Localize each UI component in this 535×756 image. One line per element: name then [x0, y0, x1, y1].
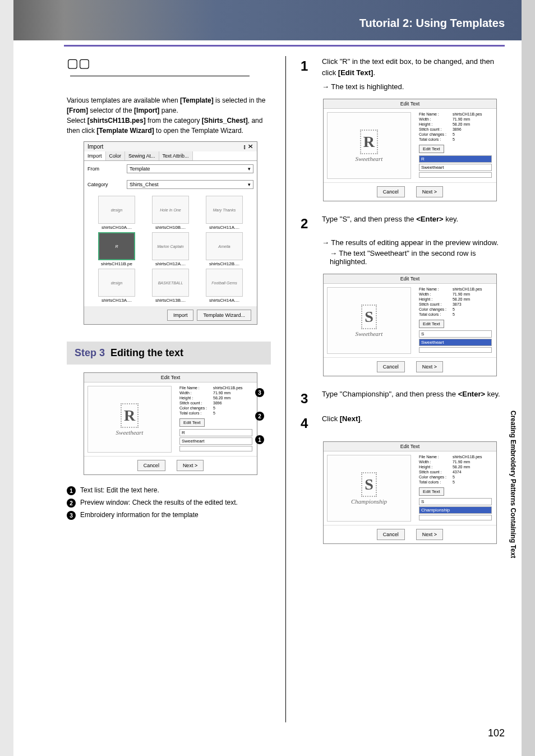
t: to open the Template Wizard.	[154, 127, 243, 135]
dialog-preview: R Sweetheart	[87, 386, 172, 453]
step1-row: 1 Click "R" in the text edit box, to be …	[301, 56, 505, 78]
step2-row: 2 Type "S", and then press the <Enter> k…	[301, 214, 505, 234]
from-select[interactable]: Template▾	[127, 164, 253, 173]
k: File Name :	[419, 287, 453, 291]
right-column: 1 Click "R" in the text edit box, to be …	[301, 56, 505, 722]
k: Stitch count :	[419, 302, 453, 306]
cancel-button[interactable]: Cancel	[377, 186, 405, 197]
k: Height :	[419, 122, 453, 126]
cancel-button[interactable]: Cancel	[137, 460, 165, 471]
k: Stitch count :	[419, 470, 453, 474]
text-row-2[interactable]: Sweetheart	[179, 437, 252, 445]
v: 71.90 mm	[453, 117, 470, 121]
edit-text-button[interactable]: Edit Text	[179, 418, 205, 427]
k: Width :	[179, 391, 213, 395]
next-button[interactable]: Next >	[177, 460, 204, 471]
import-button[interactable]: Import	[167, 310, 194, 321]
v: 5	[213, 406, 215, 410]
next-button[interactable]: Next >	[416, 529, 443, 540]
k: Height :	[419, 297, 453, 301]
cancel-button[interactable]: Cancel	[377, 529, 405, 540]
text-row-1[interactable]: R	[179, 429, 252, 436]
text-row-2[interactable]: Sweetheart	[419, 339, 492, 346]
note-rule	[70, 76, 250, 76]
step-number: 2	[301, 214, 317, 234]
v: 3896	[213, 401, 222, 405]
template-thumbnail[interactable]: designshirtsCH13A....	[91, 269, 142, 303]
next-button[interactable]: Next >	[416, 361, 443, 372]
callout-marks: 3 2 1	[255, 388, 264, 444]
k: Height :	[179, 396, 213, 400]
text-row-1[interactable]: S	[419, 330, 492, 338]
category-select[interactable]: Shirts_Chest▾	[127, 180, 253, 189]
thumbnail-image: Football Gems	[206, 269, 243, 297]
step4-row: 4 Click [Next].	[301, 413, 505, 434]
edit-text-dialog-b: Edit Text S Sweetheart File Name :shirts…	[323, 274, 497, 376]
step3-row: 3 Type "Championship", and then press th…	[301, 389, 505, 409]
note-text: Various templates are available when [Te…	[67, 95, 271, 136]
cancel-button[interactable]: Cancel	[377, 361, 405, 372]
edit-text-button[interactable]: Edit Text	[419, 487, 444, 496]
import-panel-titlebar: Import ⫿ ✕	[84, 142, 257, 151]
import-panel-close-icon[interactable]: ⫿ ✕	[243, 144, 253, 150]
edit-text-button[interactable]: Edit Text	[419, 145, 444, 153]
v: 5	[213, 411, 215, 415]
page-number: 102	[488, 727, 505, 739]
arrow-result-2: The text "Sweetheart" in the second row …	[330, 249, 505, 266]
text-row-3[interactable]	[419, 515, 492, 520]
v: 5	[453, 307, 455, 311]
v: 5	[453, 312, 455, 316]
template-thumbnail[interactable]: Football GemsshirtsCH14A....	[199, 269, 250, 303]
template-thumbnail[interactable]: RshirtsCH11B.pe	[91, 232, 142, 266]
v: shirtsCH11B.pes	[213, 386, 243, 390]
t: Type "S", and then press the	[322, 215, 416, 223]
edit-text-dialog-a: Edit Text R Sweetheart File Name :shirts…	[323, 99, 497, 201]
category-label: Category	[87, 182, 121, 187]
t: .	[373, 68, 375, 77]
column-divider	[285, 56, 286, 722]
t: [Edit Text]	[338, 68, 373, 77]
template-thumbnail[interactable]: Mary ThanksshirtsCH11A....	[199, 196, 250, 230]
k: Total colors :	[419, 480, 453, 484]
thumbnail-image: Mary Thanks	[206, 196, 243, 224]
text-row-3[interactable]	[419, 347, 492, 353]
tab-color[interactable]: Color	[106, 151, 126, 160]
step-number: 3	[301, 389, 317, 409]
template-thumbnail[interactable]: BASKETBALLshirtsCH13B....	[145, 269, 196, 303]
next-button[interactable]: Next >	[416, 186, 443, 197]
from-label: From	[87, 166, 121, 172]
k: File Name :	[419, 455, 453, 459]
t: [Shirts_Chest]	[202, 117, 248, 125]
legend-text-3: Embroidery information for the template	[80, 511, 199, 519]
tab-text-attrib[interactable]: Text Attrib...	[159, 151, 193, 160]
text-row-3[interactable]	[179, 446, 252, 451]
thumbnail-caption: shirtsCH11A....	[199, 225, 250, 230]
template-thumbnail[interactable]: designshirtsCH10A....	[91, 196, 142, 230]
t: [shirtsCH11B.pes]	[87, 117, 146, 125]
legend: 1Text list: Edit the text here. 2Preview…	[67, 486, 271, 520]
header-rule	[64, 45, 505, 47]
category-value: Shirts_Chest	[130, 182, 159, 187]
text-row-2[interactable]: Championship	[419, 506, 492, 514]
callout-3: 3	[255, 388, 264, 397]
tab-import[interactable]: Import	[84, 151, 106, 160]
note-heading-line: ▢▢	[67, 56, 271, 81]
dialog-info: File Name :shirtsCH11B.pes Width :71.90 …	[414, 284, 496, 357]
edit-text-button[interactable]: Edit Text	[419, 320, 444, 328]
template-wizard-button[interactable]: Template Wizard...	[197, 310, 251, 321]
t: pane.	[159, 107, 178, 114]
template-thumbnail[interactable]: Hole In OneshirtsCH10B....	[145, 196, 196, 230]
text-row-2[interactable]: Sweetheart	[419, 164, 492, 171]
text-row-3[interactable]	[419, 172, 492, 178]
legend-callout-2: 2	[67, 499, 76, 508]
thumbnail-caption: shirtsCH14A....	[199, 298, 250, 303]
callout-1: 1	[255, 435, 264, 444]
text-row-1[interactable]: R	[419, 155, 492, 163]
dialog-preview: R Sweetheart	[327, 112, 411, 179]
side-tab: Creating Embroidery Patterns Containing …	[508, 393, 517, 572]
preview-arc-text: Championship	[351, 498, 387, 505]
tab-sewing[interactable]: Sewing At...	[125, 151, 159, 160]
text-row-1[interactable]: S	[419, 498, 492, 505]
template-thumbnail[interactable]: Marlon CaptainshirtsCH12A....	[145, 232, 196, 266]
template-thumbnail[interactable]: AmeliashirtsCH12B....	[199, 232, 250, 266]
